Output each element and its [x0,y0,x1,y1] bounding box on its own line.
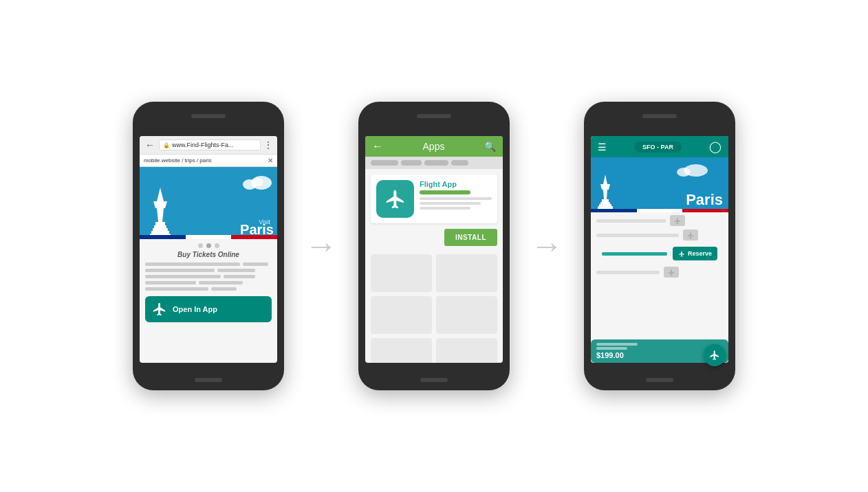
price-line-1 [596,343,638,346]
phone-2-screen: ← Apps 🔍 Flight App [365,136,503,363]
clouds [227,172,272,193]
line-4a [145,281,196,284]
phone-2: ← Apps 🔍 Flight App [358,102,510,390]
arrow-1: → [305,230,338,262]
line-2b [217,269,255,272]
svg-marker-5 [600,175,610,202]
tab-pill-1[interactable] [371,160,398,166]
svg-rect-6 [600,202,610,204]
desc-lines [420,197,492,210]
price-lines [596,343,638,350]
scene: ← 🔒 www.Find-Flights-Fa... ⋮ mobile.webs… [119,88,749,404]
line-5a [145,287,208,291]
line-row-2 [145,269,272,272]
line-1b [243,262,268,266]
url-text: www.Find-Flights-Fa... [172,142,234,148]
flight-item-2[interactable] [596,230,723,241]
desc-line-1 [420,197,492,200]
line-row-1 [145,262,272,266]
grid-item-2[interactable] [436,254,497,292]
grid-item-6[interactable] [436,338,497,363]
line-2a [145,269,215,272]
plane-icon [152,302,167,317]
phone-3: ☰ SFO - PAR ◯ Par [584,102,735,390]
flag-white-3 [637,209,683,212]
flag-red [231,235,277,239]
line-5b [211,287,237,291]
svg-rect-1 [154,225,166,228]
grid-item-1[interactable] [371,254,432,292]
reserve-row: Reserve [596,244,723,263]
dot-1[interactable] [198,243,203,248]
grid-item-4[interactable] [436,296,497,334]
back-icon[interactable]: ← [372,140,383,153]
app-grid [365,251,503,363]
line-3a [145,275,221,278]
open-in-app-button[interactable]: Open In App [145,296,272,322]
user-icon[interactable]: ◯ [709,140,721,153]
plane-badge-2 [683,230,698,241]
grid-item-5[interactable] [371,338,432,363]
flag-white [186,235,232,239]
open-in-app-label: Open In App [173,305,217,313]
reserve-button[interactable]: Reserve [673,247,717,260]
search-icon[interactable]: 🔍 [484,141,496,152]
route-pill: SFO - PAR [634,142,682,153]
flag-blue-3 [591,209,637,212]
carousel-dots [140,239,277,251]
flight-app-header: ☰ SFO - PAR ◯ [591,136,728,157]
plane-badge-3 [664,267,679,278]
tab-text: mobile.website / trips / paris [144,157,212,164]
app-store-title: Apps [423,141,445,152]
flight-line-2a [596,234,679,237]
tab-bar: mobile.website / trips / paris ✕ [140,155,277,167]
fab-button[interactable] [704,344,726,363]
flag-red-3 [682,209,728,212]
rating-bar [420,190,470,194]
app-card: Flight App [371,175,497,223]
svg-rect-7 [599,204,611,206]
phone-1-screen: ← 🔒 www.Find-Flights-Fa... ⋮ mobile.webs… [140,136,277,363]
flight-item-3[interactable] [596,267,723,278]
app-name: Flight App [420,180,492,188]
french-flag [140,235,277,239]
svg-rect-3 [151,231,169,234]
price-line-2 [596,347,627,350]
flight-list: Reserve [591,212,728,280]
phone-1: ← 🔒 www.Find-Flights-Fa... ⋮ mobile.webs… [133,102,284,390]
destination-hero: Paris [591,157,728,212]
install-row: INSTALL [365,226,503,251]
tab-pill-4[interactable] [451,160,468,166]
tab-close[interactable]: ✕ [268,157,273,164]
address-bar[interactable]: 🔒 www.Find-Flights-Fa... [159,139,261,150]
flag-blue [140,235,186,239]
app-store-header: ← Apps 🔍 [365,136,503,157]
flight-item-1[interactable] [596,215,723,226]
app-info: Flight App [420,180,492,218]
dot-3[interactable] [215,243,219,248]
back-button[interactable]: ← [144,139,156,151]
install-button[interactable]: INSTALL [444,229,497,246]
line-row-4 [145,281,272,284]
browser-bar: ← 🔒 www.Find-Flights-Fa... ⋮ [140,136,277,155]
tab-pill-3[interactable] [424,160,448,166]
grid-item-3[interactable] [371,296,432,334]
desc-line-2 [420,202,481,205]
reserve-line [602,252,667,256]
line-3b [224,275,255,278]
line-row-5 [145,287,272,291]
paris-text-3: Paris [686,191,723,209]
flight-line-3a [596,271,660,274]
eiffel-tower-icon [150,188,171,239]
desc-line-3 [420,207,470,210]
dot-2[interactable] [206,243,211,248]
menu-dots[interactable]: ⋮ [263,140,273,150]
buy-title: Buy Tickets Online [140,251,277,258]
hamburger-icon[interactable]: ☰ [598,142,607,153]
price-info: $199.00 [596,343,638,359]
svg-rect-2 [153,228,168,231]
line-1a [145,262,240,266]
content-skeleton [140,262,277,291]
tab-pill-2[interactable] [401,160,422,166]
hero-banner: Visit Paris [140,167,277,239]
